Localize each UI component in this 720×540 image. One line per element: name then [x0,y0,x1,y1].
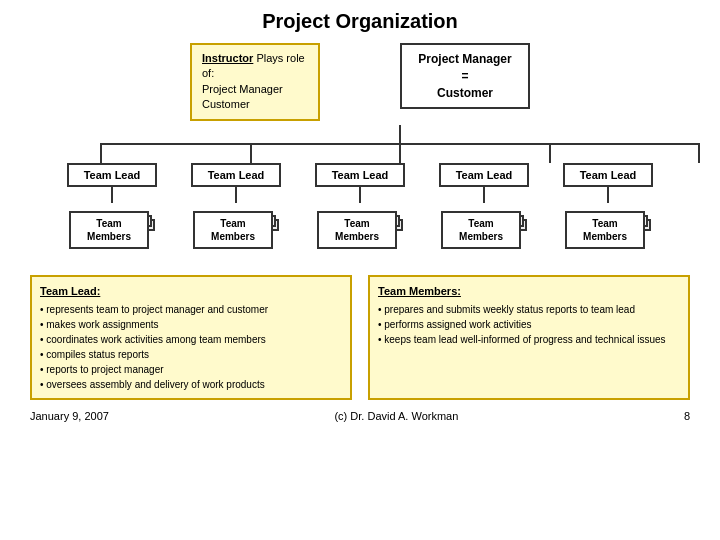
lead-vertical-lines [100,145,700,163]
footer-copyright: (c) Dr. David A. Workman [334,410,458,422]
team-lead-info-title: Team Lead: [40,283,342,300]
lead-vline-5 [698,145,700,163]
stack-front-4: TeamMembers [441,211,521,249]
pm-vertical-line [399,125,401,143]
stack-front-3: TeamMembers [317,211,397,249]
lead-column-4: Team Lead TeamMembers [429,163,539,263]
team-members-stack-2: TeamMembers [193,211,279,263]
team-lead-box-1: Team Lead [67,163,157,187]
member-vline-1 [111,187,113,203]
lead-vline-3 [399,145,401,163]
team-lead-item-1: represents team to project manager and c… [40,302,342,317]
pm-equals: = [461,69,468,83]
pm-box: Project Manager = Customer [400,43,530,109]
instructor-label: Instructor [202,52,253,64]
member-vline-3 [359,187,361,203]
team-members-stack-5: TeamMembers [565,211,651,263]
team-members-item-2: performs assigned work activities [378,317,680,332]
team-members-info-title: Team Members: [378,283,680,300]
pm-customer: Customer [437,86,493,100]
team-members-stack-1: TeamMembers [69,211,155,263]
lead-vline-4 [549,145,551,163]
footer-page-number: 8 [684,410,690,422]
bottom-row: Team Lead: represents team to project ma… [20,275,700,401]
team-members-stack-3: TeamMembers [317,211,403,263]
lead-column-2: Team Lead TeamMembers [181,163,291,263]
stack-front-5: TeamMembers [565,211,645,249]
lead-column-1: Team Lead TeamMembers [57,163,167,263]
stack-front-2: TeamMembers [193,211,273,249]
team-members-info-list: prepares and submits weekly status repor… [378,302,680,347]
team-lead-box-2: Team Lead [191,163,281,187]
leads-row: Team Lead TeamMembers Team Lead TeamMemb [30,163,690,263]
team-lead-item-2: makes work assignments [40,317,342,332]
team-lead-box-5: Team Lead [563,163,653,187]
horizontal-connector [100,143,700,145]
team-members-stack-4: TeamMembers [441,211,527,263]
member-vline-5 [607,187,609,203]
lead-vline-1 [100,145,102,163]
page-title: Project Organization [20,10,700,33]
instructor-customer: Customer [202,98,250,110]
org-chart: Team Lead TeamMembers Team Lead TeamMemb [20,125,700,263]
team-lead-item-4: compiles status reports [40,347,342,362]
member-vline-4 [483,187,485,203]
page: Project Organization Instructor Plays ro… [0,0,720,540]
team-lead-item-3: coordinates work activities among team m… [40,332,342,347]
team-members-info-box: Team Members: prepares and submits weekl… [368,275,690,401]
lead-column-3: Team Lead TeamMembers [305,163,415,263]
team-lead-info-box: Team Lead: represents team to project ma… [30,275,352,401]
team-lead-box-4: Team Lead [439,163,529,187]
team-members-item-3: keeps team lead well-informed of progres… [378,332,680,347]
footer-date: January 9, 2007 [30,410,109,422]
team-lead-box-3: Team Lead [315,163,405,187]
instructor-box: Instructor Plays role of: Project Manage… [190,43,320,121]
stack-front-1: TeamMembers [69,211,149,249]
footer: January 9, 2007 (c) Dr. David A. Workman… [20,410,700,422]
lead-vline-2 [250,145,252,163]
team-lead-info-list: represents team to project manager and c… [40,302,342,392]
instructor-pm: Project Manager [202,83,283,95]
team-lead-item-5: reports to project manager [40,362,342,377]
pm-label: Project Manager [418,52,511,66]
member-vline-2 [235,187,237,203]
team-members-item-1: prepares and submits weekly status repor… [378,302,680,317]
lead-column-5: Team Lead TeamMembers [553,163,663,263]
team-lead-item-6: oversees assembly and delivery of work p… [40,377,342,392]
